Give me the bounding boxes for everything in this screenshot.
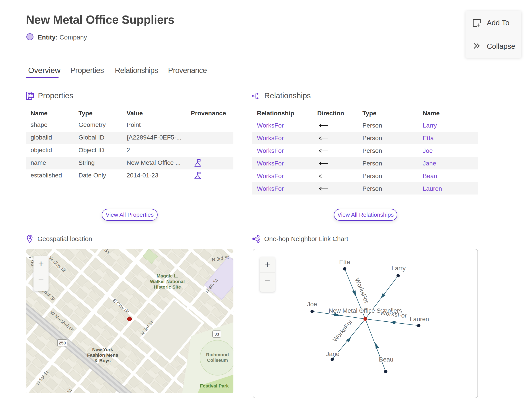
svg-text:Etta: Etta	[339, 259, 350, 265]
svg-text:Historic Site: Historic Site	[154, 284, 181, 290]
svg-text:Richmond: Richmond	[206, 352, 229, 357]
svg-text:Fashion Mens: Fashion Mens	[87, 352, 118, 358]
svg-text:33: 33	[214, 332, 219, 337]
svg-text:WorksFor: WorksFor	[331, 318, 354, 343]
svg-text:Walker National: Walker National	[150, 279, 185, 284]
svg-text:Festival Park: Festival Park	[200, 383, 229, 388]
svg-text:Lauren: Lauren	[410, 316, 429, 323]
svg-text:New York: New York	[92, 347, 113, 352]
svg-text:WorksFor: WorksFor	[353, 277, 370, 304]
svg-text:Coliseum: Coliseum	[207, 358, 228, 363]
svg-text:250: 250	[59, 341, 66, 345]
svg-text:Jane: Jane	[326, 351, 339, 357]
svg-text:Beau: Beau	[379, 356, 393, 363]
svg-text:Maggie L.: Maggie L.	[157, 273, 178, 278]
svg-text:Larry: Larry	[392, 265, 406, 272]
svg-text:Joe: Joe	[307, 301, 317, 308]
svg-text:WorksFor: WorksFor	[380, 309, 407, 319]
svg-text:& Boys: & Boys	[95, 358, 111, 363]
